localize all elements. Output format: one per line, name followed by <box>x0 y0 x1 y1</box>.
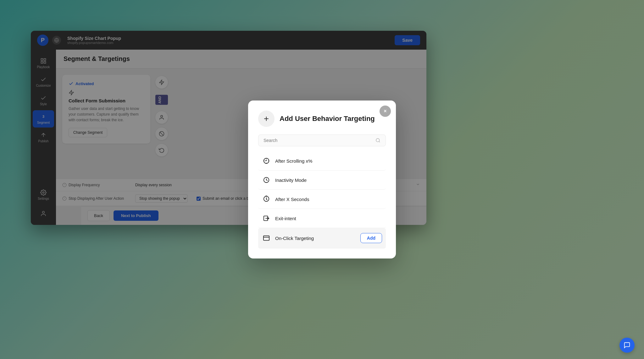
search-container <box>258 134 386 146</box>
option-after-scrolling[interactable]: After Scrolling x% <box>258 151 386 171</box>
click-icon <box>262 234 271 242</box>
option-after-x-seconds[interactable]: After X Seconds <box>258 190 386 209</box>
option-exit-intent[interactable]: Exit-intent <box>258 209 386 228</box>
chat-bubble[interactable] <box>619 338 635 353</box>
option-after-scrolling-label: After Scrolling x% <box>275 158 382 164</box>
option-inactivity-mode-label: Inactivity Mode <box>275 177 382 183</box>
svg-rect-24 <box>264 236 269 241</box>
modal-overlay[interactable]: × + Add User Behavior Targeting <box>0 0 644 359</box>
add-button[interactable]: Add <box>360 233 382 243</box>
clock-icon <box>262 176 271 184</box>
option-inactivity-mode[interactable]: Inactivity Mode <box>258 171 386 190</box>
exit-icon <box>262 214 271 223</box>
option-list: After Scrolling x% Inactivity Mode <box>258 151 386 248</box>
modal-close-button[interactable]: × <box>380 106 391 117</box>
svg-point-17 <box>376 139 380 142</box>
modal-header: + Add User Behavior Targeting <box>258 111 386 127</box>
modal-title: Add User Behavior Targeting <box>280 115 375 123</box>
timer-icon <box>262 195 271 204</box>
option-after-x-seconds-label: After X Seconds <box>275 197 382 202</box>
option-exit-intent-label: Exit-intent <box>275 216 382 221</box>
modal-dialog: × + Add User Behavior Targeting <box>248 101 396 258</box>
search-input[interactable] <box>264 138 373 143</box>
option-on-click-targeting[interactable]: On-Click Targeting Add <box>258 228 386 248</box>
option-on-click-targeting-label: On-Click Targeting <box>275 236 356 241</box>
search-icon <box>375 138 380 143</box>
svg-line-18 <box>379 141 380 142</box>
scroll-icon <box>262 156 271 165</box>
modal-icon: + <box>258 111 275 127</box>
